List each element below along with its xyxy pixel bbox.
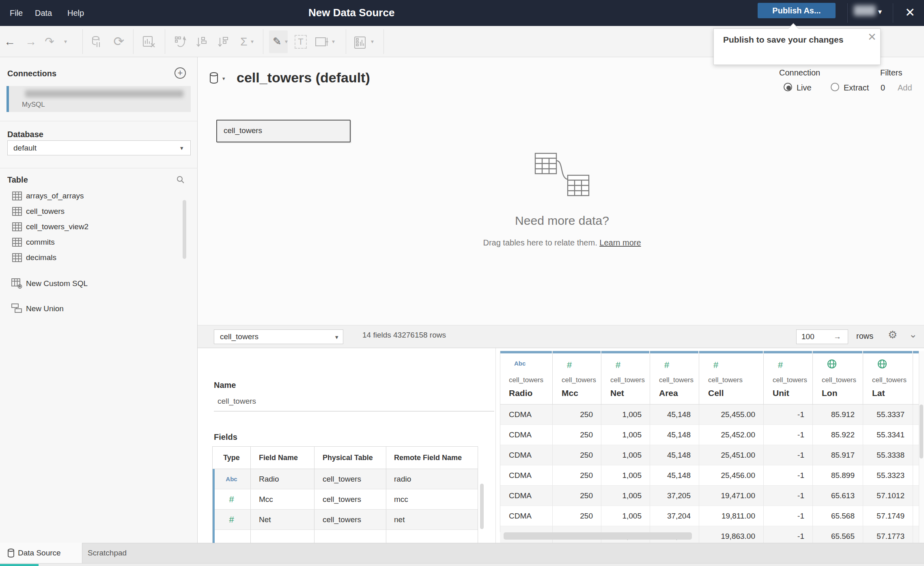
undo-icon[interactable]: ← <box>3 26 16 57</box>
filters-add-link[interactable]: Add <box>898 83 912 93</box>
column-name: Lat <box>872 388 885 398</box>
totals-caret-icon[interactable]: ▾ <box>251 26 254 57</box>
replay-icon[interactable]: ↷ <box>43 26 56 57</box>
grid-cell: 37,205 <box>650 486 699 506</box>
table-search-icon[interactable] <box>176 175 185 184</box>
grid-collapse-chevron-icon[interactable]: ⌄ <box>909 329 917 340</box>
fit-caret-icon[interactable]: ▾ <box>332 26 335 57</box>
grid-cell: 45,148 <box>650 405 699 425</box>
fit-width-icon[interactable] <box>315 36 329 48</box>
extract-radio-label[interactable]: Extract <box>844 83 869 93</box>
window-close-icon[interactable]: ✕ <box>905 5 915 20</box>
clear-sheet-icon[interactable] <box>143 36 156 48</box>
pause-data-source-icon[interactable] <box>91 36 102 48</box>
menu-help[interactable]: Help <box>67 0 84 26</box>
refresh-icon[interactable]: ⟳ <box>112 26 126 57</box>
database-select-caret-icon: ▾ <box>180 144 183 152</box>
live-radio-label[interactable]: Live <box>797 83 812 93</box>
field-name-cell: Mcc <box>251 489 314 509</box>
grid-table-select[interactable]: cell_towers <box>214 329 343 344</box>
grid-column-header[interactable]: # cell_towers Unit <box>764 351 813 405</box>
learn-more-link[interactable]: Learn more <box>599 238 641 247</box>
fields-col-type: Type <box>213 447 251 469</box>
string-type-icon: Abc <box>514 360 526 367</box>
text-label-icon[interactable]: T <box>295 35 307 49</box>
sidebar-item-table[interactable]: decimals <box>26 253 56 262</box>
publish-as-button[interactable]: Publish As... <box>758 3 836 18</box>
field-physical-table-cell: cell_towers <box>314 510 386 529</box>
toolbar-separator <box>383 29 384 54</box>
field-name-cell: Radio <box>251 469 314 489</box>
number-type-icon: # <box>778 360 783 370</box>
grid-cell: 65.613 <box>813 486 863 506</box>
redo-icon[interactable]: → <box>24 26 37 57</box>
user-avatar[interactable] <box>854 5 876 16</box>
teal-progress-strip <box>0 564 39 566</box>
grid-column-header[interactable]: cell_towers Lat <box>863 351 913 405</box>
sidebar-item-new-custom-sql[interactable]: New Custom SQL <box>26 279 88 288</box>
menu-data[interactable]: Data <box>35 0 52 26</box>
name-value-input[interactable]: cell_towers <box>218 397 256 406</box>
grid-vertical-scrollbar-thumb[interactable] <box>920 405 923 458</box>
menu-file[interactable]: File <box>10 0 23 26</box>
grid-cell: 85.917 <box>813 445 863 465</box>
replay-caret-icon[interactable]: ▾ <box>64 26 67 57</box>
swap-rows-columns-icon[interactable] <box>174 36 187 48</box>
publish-tooltip-close-icon[interactable]: ✕ <box>868 31 877 43</box>
grid-cell: 57.1749 <box>863 506 913 526</box>
sort-ascending-icon[interactable] <box>196 36 208 48</box>
sidebar-item-table[interactable]: commits <box>26 238 55 247</box>
field-name-cell: Net <box>251 510 314 529</box>
column-name: Mcc <box>562 388 578 398</box>
apply-row-count-arrow-icon[interactable]: → <box>834 329 841 344</box>
sidebar-item-table[interactable]: cell_towers <box>26 207 65 216</box>
empty-canvas-hint: Need more data? Drag tables here to rela… <box>440 150 684 247</box>
data-source-caret-icon[interactable]: ▾ <box>222 75 225 82</box>
show-me-caret-icon[interactable]: ▾ <box>371 26 374 57</box>
extract-radio[interactable] <box>831 83 839 91</box>
sort-descending-icon[interactable] <box>217 36 229 48</box>
table-list-scrollbar[interactable] <box>183 200 186 259</box>
column-table-label: cell_towers <box>822 376 856 384</box>
tab-scratchpad[interactable]: Scratchpad <box>88 543 127 563</box>
grid-settings-gear-icon[interactable]: ⚙ <box>888 329 897 341</box>
sidebar-item-new-union[interactable]: New Union <box>26 304 64 313</box>
highlight-caret-icon[interactable]: ▾ <box>285 26 288 57</box>
data-source-cylinder-icon[interactable] <box>209 72 220 84</box>
sidebar-item-table[interactable]: cell_towers_view2 <box>26 222 88 231</box>
show-me-panel-icon[interactable] <box>354 36 367 49</box>
grid-column-header[interactable]: # cell_towers Area <box>650 351 699 405</box>
totals-sigma-icon[interactable]: Σ <box>237 26 250 57</box>
data-source-tab-cylinder-icon <box>7 549 15 557</box>
grid-column-header[interactable]: # cell_towers Net <box>601 351 650 405</box>
user-menu-caret-icon[interactable]: ▾ <box>878 7 882 16</box>
fields-table-scrollbar[interactable] <box>480 484 484 529</box>
grid-column-header[interactable]: cell_towers Lon <box>813 351 863 405</box>
table-row: CDMA2501,00545,14825,452.00-185.92255.33… <box>500 425 919 445</box>
fields-table-header: Type Field Name Physical Table Remote Fi… <box>213 447 478 469</box>
fields-row[interactable]: Abc Radio cell_towers radio <box>213 469 478 489</box>
fields-row[interactable]: # Mcc cell_towers mcc <box>213 489 478 510</box>
number-type-icon: # <box>567 360 572 370</box>
grid-column-header[interactable]: Abc cell_towers Radio <box>500 351 553 405</box>
field-type-string-icon: Abc <box>213 469 251 489</box>
table-grid-icon <box>12 207 22 216</box>
fields-row[interactable]: # Net cell_towers net <box>213 510 478 530</box>
connection-label: Connection <box>779 68 820 77</box>
database-select[interactable]: default <box>7 140 191 155</box>
live-radio[interactable] <box>784 83 792 91</box>
highlight-pen-icon[interactable]: ✎ <box>271 26 283 57</box>
grid-cell: 1,005 <box>601 405 650 425</box>
grid-column-header[interactable]: # cell_towers Cell <box>699 351 764 405</box>
connection-name-redacted <box>25 90 183 97</box>
field-physical-table-cell: cell_towers <box>314 489 386 509</box>
sidebar-item-table[interactable]: arrays_of_arrays <box>26 192 84 200</box>
column-name: Unit <box>773 388 789 398</box>
add-connection-plus-icon[interactable]: + <box>174 67 186 79</box>
grid-horizontal-scrollbar[interactable] <box>504 532 692 540</box>
grid-cell: 250 <box>553 445 601 465</box>
column-accent-bar <box>764 351 812 353</box>
grid-column-header[interactable]: # cell_towers Mcc <box>553 351 601 405</box>
tab-data-source-label[interactable]: Data Source <box>18 543 61 563</box>
data-source-title: cell_towers (default) <box>237 70 370 86</box>
